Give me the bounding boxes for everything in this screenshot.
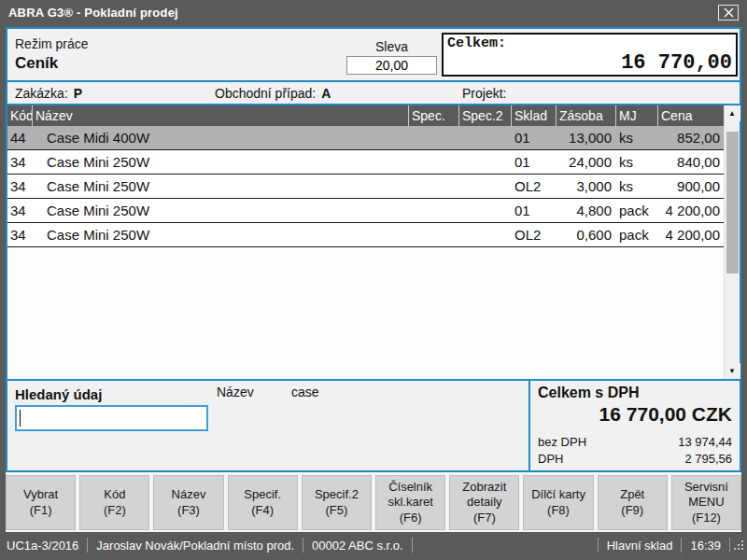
table-row[interactable]: 44 Case Midi 400W 01 13,000 ks 852,00 bbox=[7, 126, 724, 150]
discount-block: Sleva bbox=[295, 33, 437, 77]
totals-panel: Celkem s DPH 16 770,00 CZK bez DPH 13 97… bbox=[529, 381, 740, 470]
col-header-spec2[interactable]: Spec.2 bbox=[458, 105, 511, 126]
specif-button-f4[interactable]: Specif. (F4) bbox=[228, 475, 298, 530]
col-header-kod[interactable]: Kód bbox=[7, 105, 32, 126]
back-button-f9[interactable]: Zpět (F9) bbox=[598, 475, 668, 530]
vertical-scrollbar[interactable]: ▲ ▼ bbox=[724, 105, 740, 379]
price-list-table: Kód Název Spec. Spec.2 Sklad Zásoba MJ C… bbox=[7, 105, 740, 379]
main-area: Režim práce Ceník Sleva Celkem: 16 770,0… bbox=[6, 27, 741, 472]
search-input[interactable] bbox=[15, 405, 208, 431]
sub-cards-button-f8[interactable]: Dílčí karty (F8) bbox=[523, 475, 593, 530]
context-bar: Zakázka: P Obchodní případ: A Projekt: bbox=[7, 82, 740, 105]
totals-row-dph: DPH 2 795,56 bbox=[538, 452, 732, 466]
totals-title: Celkem s DPH bbox=[538, 385, 732, 401]
col-header-nazev[interactable]: Název bbox=[32, 105, 408, 126]
col-header-cena[interactable]: Cena bbox=[657, 105, 724, 126]
bottom-panel: Hledaný údaj Název case Celkem s DPH 16 … bbox=[7, 379, 740, 470]
status-company: 00002 ABC s.r.o. bbox=[303, 538, 413, 553]
col-header-zasoba[interactable]: Zásoba bbox=[556, 105, 615, 126]
app-window: ABRA G3® - Pokladní prodej Režim práce C… bbox=[0, 0, 747, 560]
scroll-down-icon[interactable]: ▼ bbox=[725, 363, 740, 379]
code-button-f2[interactable]: Kód (F2) bbox=[79, 475, 149, 530]
col-header-mj[interactable]: MJ bbox=[615, 105, 657, 126]
scrollbar-thumb[interactable] bbox=[726, 132, 739, 273]
project-label: Projekt: bbox=[462, 86, 506, 101]
table-row[interactable]: 34 Case Mini 250W OL2 3,000 ks 900,00 bbox=[7, 175, 724, 199]
table-row[interactable]: 34 Case Mini 250W OL2 0,600 pack 4 200,0… bbox=[7, 223, 724, 247]
work-mode-label: Režim práce bbox=[15, 36, 295, 51]
close-button[interactable] bbox=[718, 5, 739, 21]
grand-total-caption: Celkem: bbox=[447, 35, 732, 51]
search-label: Hledaný údaj bbox=[15, 386, 521, 402]
window-title: ABRA G3® - Pokladní prodej bbox=[8, 6, 178, 20]
business-case-label: Obchodní případ: bbox=[215, 86, 316, 101]
totals-row-bez-dph: bez DPH 13 974,44 bbox=[538, 435, 732, 449]
grand-total-value: 16 770,00 bbox=[447, 51, 732, 75]
specif2-button-f5[interactable]: Specif.2 (F5) bbox=[302, 475, 372, 530]
header-panel: Režim práce Ceník Sleva Celkem: 16 770,0… bbox=[7, 29, 740, 82]
discount-label: Sleva bbox=[346, 39, 437, 54]
table-empty-area bbox=[7, 247, 724, 379]
status-warehouse: Hlavní sklad bbox=[598, 538, 683, 553]
work-mode-value: Ceník bbox=[15, 54, 295, 73]
text-caret bbox=[20, 410, 21, 427]
table-row[interactable]: 34 Case Mini 250W 01 24,000 ks 840,00 bbox=[7, 150, 724, 175]
order-label: Zakázka: bbox=[15, 86, 68, 101]
grand-total-box: Celkem: 16 770,00 bbox=[442, 33, 738, 77]
work-mode-block: Režim práce Ceník bbox=[15, 33, 295, 77]
status-time: 16:39 bbox=[682, 538, 730, 553]
status-user: Jaroslav Novák/Pokladní místo prod. bbox=[88, 538, 303, 553]
business-case-value: A bbox=[321, 86, 331, 101]
status-period: UC1a-3/2016 bbox=[0, 538, 88, 553]
show-details-button-f7[interactable]: Zobrazit detaily (F7) bbox=[449, 475, 519, 530]
close-icon bbox=[724, 7, 734, 18]
table-row[interactable]: 34 Case Mini 250W 01 4,800 pack 4 200,00 bbox=[7, 199, 724, 223]
status-bar: UC1a-3/2016 Jaroslav Novák/Pokladní míst… bbox=[0, 533, 747, 557]
col-header-sklad[interactable]: Sklad bbox=[511, 105, 556, 126]
name-button-f3[interactable]: Název (F3) bbox=[153, 475, 223, 530]
search-field-label: Název bbox=[217, 385, 254, 399]
search-field-value: case bbox=[291, 385, 319, 399]
totals-grand-value: 16 770,00 CZK bbox=[538, 403, 732, 426]
service-menu-button-f12[interactable]: Servisní MENU (F12) bbox=[671, 475, 741, 530]
scroll-up-icon[interactable]: ▲ bbox=[725, 105, 740, 121]
table-header-row: Kód Název Spec. Spec.2 Sklad Zásoba MJ C… bbox=[7, 105, 724, 126]
function-button-bar: Vybrat (F1) Kód (F2) Název (F3) Specif. … bbox=[6, 472, 741, 532]
select-button-f1[interactable]: Vybrat (F1) bbox=[6, 475, 76, 530]
search-area: Hledaný údaj Název case bbox=[7, 381, 529, 470]
col-header-spec[interactable]: Spec. bbox=[408, 105, 458, 126]
title-bar: ABRA G3® - Pokladní prodej bbox=[0, 0, 747, 25]
stock-card-list-button-f6[interactable]: Číselník skl.karet (F6) bbox=[375, 475, 445, 530]
discount-input[interactable] bbox=[346, 56, 437, 75]
order-value: P bbox=[74, 86, 82, 101]
resize-grip-icon[interactable] bbox=[730, 539, 745, 552]
